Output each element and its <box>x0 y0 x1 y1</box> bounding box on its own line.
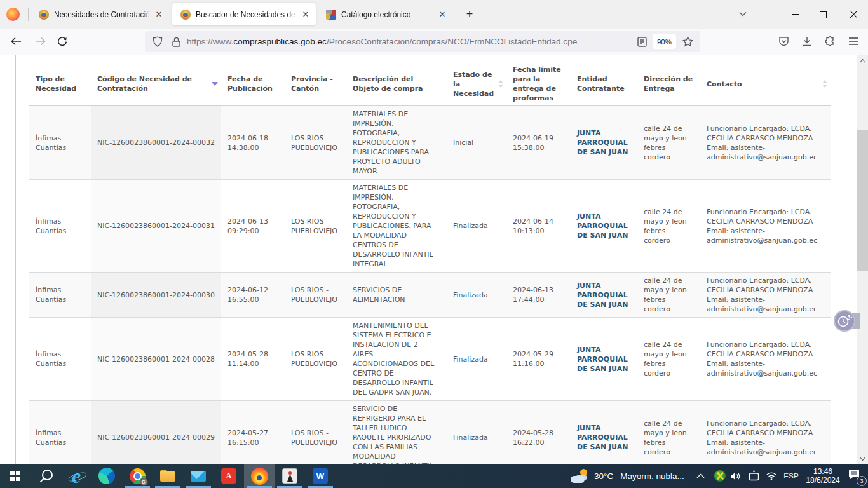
entidad-link[interactable]: JUNTA PARROQUIAL DE SAN JUAN <box>577 424 628 451</box>
scroll-up-arrow[interactable] <box>857 55 868 66</box>
window-minimize-button[interactable] <box>780 0 810 28</box>
taskbar-file-explorer-button[interactable] <box>153 464 183 488</box>
window-close-button[interactable] <box>839 0 868 28</box>
tab-close-icon[interactable]: ✕ <box>438 10 447 19</box>
reload-button[interactable] <box>53 32 71 50</box>
cell-codigo: NIC-1260023860001-2024-00029 <box>91 401 221 464</box>
back-button[interactable] <box>7 32 25 50</box>
column-header-8[interactable]: Dirección de Entrega <box>637 62 700 106</box>
cell-descripcion: MANTENIMIENTO DEL SISTEMA ELECTRICO E IN… <box>346 318 447 401</box>
firefox-icon <box>251 468 268 485</box>
tab-list-chevron-icon[interactable] <box>735 6 751 22</box>
column-header-0[interactable]: Tipo de Necesidad <box>29 62 91 106</box>
needs-table: Tipo de NecesidadCódigo de Necesidad de … <box>29 62 831 464</box>
taskbar-edge-button[interactable] <box>92 464 122 488</box>
cell-contacto: Funcionario Encargado: LCDA. CECILIA CAR… <box>700 273 831 318</box>
tab-buscador[interactable]: Buscador de Necesidades de Co ✕ <box>172 3 316 25</box>
cell-entidad: JUNTA PARROQUIAL DE SAN JUAN <box>571 318 637 401</box>
antivirus-icon[interactable] <box>714 464 726 488</box>
entidad-link[interactable]: JUNTA PARROQUIAL DE SAN JUAN <box>577 281 628 309</box>
page-left-border <box>15 55 16 464</box>
cell-estado: Finalizada <box>447 180 506 273</box>
bookmark-star-icon[interactable] <box>682 36 693 47</box>
column-header-5[interactable]: Estado de la Necesidad <box>447 62 506 106</box>
entidad-link[interactable]: JUNTA PARROQUIAL DE SAN JUAN <box>577 346 628 373</box>
catalogo-favicon-icon <box>326 10 336 20</box>
cell-tipo: Ínfimas Cuantías <box>29 180 91 273</box>
window-restore-button[interactable] <box>809 0 838 28</box>
taskbar-start-button[interactable] <box>0 464 31 488</box>
scrollbar-thumb[interactable] <box>857 130 868 271</box>
tab-close-icon[interactable]: ✕ <box>301 10 310 19</box>
taskbar-java-button[interactable] <box>275 464 305 488</box>
cell-provincia: LOS RIOS - PUEBLOVIEJO <box>285 273 346 318</box>
column-header-7[interactable]: Entidad Contratante <box>571 62 637 106</box>
internet-explorer-icon: e <box>72 468 81 484</box>
scroll-down-arrow[interactable] <box>857 453 868 464</box>
cell-entidad: JUNTA PARROQUIAL DE SAN JUAN <box>571 180 637 273</box>
lock-icon[interactable] <box>172 37 180 47</box>
language-indicator[interactable]: ESP <box>782 464 801 488</box>
firefox-view-button[interactable] <box>6 8 20 21</box>
taskbar-internet-explorer-button[interactable]: e <box>61 464 92 488</box>
clock[interactable]: 13:46 18/6/2024 <box>802 464 844 488</box>
cell-fecha_limite: 2024-06-19 15:38:00 <box>506 106 571 180</box>
cell-tipo: Ínfimas Cuantías <box>29 318 91 401</box>
volume-icon[interactable] <box>729 464 742 488</box>
taskbar-acrobat-button[interactable]: A <box>214 464 244 488</box>
cell-tipo: Ínfimas Cuantías <box>29 106 91 180</box>
column-header-6[interactable]: Fecha límite para la entrega de proforma… <box>506 62 571 106</box>
tab-close-icon[interactable]: ✕ <box>154 10 163 19</box>
column-header-1[interactable]: Código de Necesidad de Contratación <box>91 62 221 106</box>
taskbar-search-button[interactable] <box>31 464 61 488</box>
entidad-link[interactable]: JUNTA PARROQUIAL DE SAN JUAN <box>577 212 628 240</box>
column-header-9[interactable]: Contacto <box>700 62 831 106</box>
ecuador-favicon-icon <box>180 10 191 20</box>
cell-provincia: LOS RIOS - PUEBLOVIEJO <box>285 401 346 464</box>
cast-icon[interactable] <box>747 464 760 488</box>
menu-button[interactable] <box>844 32 862 50</box>
navigation-toolbar: https://www.compraspublicas.gob.ec/Proce… <box>0 29 868 55</box>
tab-title: Necesidades de Contratación y <box>54 10 151 19</box>
time-tracker-badge[interactable] <box>834 310 855 332</box>
downloads-icon[interactable] <box>798 32 816 50</box>
new-tab-button[interactable]: + <box>461 5 478 23</box>
url-text: https://www.compraspublicas.gob.ec/Proce… <box>187 37 577 46</box>
taskbar-firefox-button[interactable] <box>244 464 275 488</box>
taskbar-chrome-button[interactable]: G <box>122 464 153 488</box>
table-row: Ínfimas CuantíasNIC-1260023860001-2024-0… <box>29 401 831 464</box>
column-header-4[interactable]: Descripción del Objeto de compra <box>346 62 447 106</box>
url-bar[interactable]: https://www.compraspublicas.gob.ec/Proce… <box>145 31 700 52</box>
taskbar-mail-button[interactable] <box>183 464 214 488</box>
sort-desc-icon <box>212 82 218 86</box>
taskbar-word-button[interactable]: W <box>305 464 336 488</box>
reader-mode-icon[interactable] <box>637 37 647 47</box>
weather-widget[interactable]: 30°C Mayorm. nubla... <box>571 464 684 488</box>
cell-direccion: calle 24 de mayo y leon febres cordero <box>637 318 700 401</box>
entidad-link[interactable]: JUNTA PARROQUIAL DE SAN JUAN <box>577 129 628 156</box>
scrollbar[interactable] <box>857 55 868 464</box>
forward-button[interactable] <box>31 32 49 50</box>
zoom-level-badge[interactable]: 90% <box>653 34 676 49</box>
column-header-3[interactable]: Provincia - Cantón <box>285 62 346 106</box>
weather-temp: 30°C <box>594 471 613 481</box>
extensions-icon[interactable] <box>821 32 839 50</box>
notification-badge: 3 <box>857 476 867 486</box>
page-content: Tipo de NecesidadCódigo de Necesidad de … <box>0 55 868 464</box>
tab-catalogo[interactable]: Catálogo electrónico ✕ <box>318 3 452 25</box>
pocket-icon[interactable] <box>775 32 792 50</box>
cell-provincia: LOS RIOS - PUEBLOVIEJO <box>285 318 346 401</box>
cell-contacto: Funcionario Encargado: LCDA. CECILIA CAR… <box>700 318 831 401</box>
tab-necesidades[interactable]: Necesidades de Contratación y ✕ <box>31 3 169 25</box>
java-icon <box>282 468 297 484</box>
cell-codigo: NIC-1260023860001-2024-00032 <box>91 106 221 180</box>
wifi-icon[interactable] <box>765 464 778 488</box>
tracking-shield-icon[interactable] <box>153 36 163 47</box>
sort-icons <box>498 80 503 88</box>
tray-chevron-icon[interactable] <box>695 464 705 488</box>
column-header-2[interactable]: Fecha de Publicación <box>221 62 285 106</box>
cell-direccion: calle 24 de mayo y leon febres cordero <box>637 401 700 464</box>
cell-descripcion: MATERIALES DE IMPRESIÓN, FOTOGRAFIA, REP… <box>346 106 447 180</box>
cell-fecha_publicacion: 2024-06-13 09:29:00 <box>221 180 285 273</box>
notification-center-button[interactable]: 3 <box>846 464 868 488</box>
